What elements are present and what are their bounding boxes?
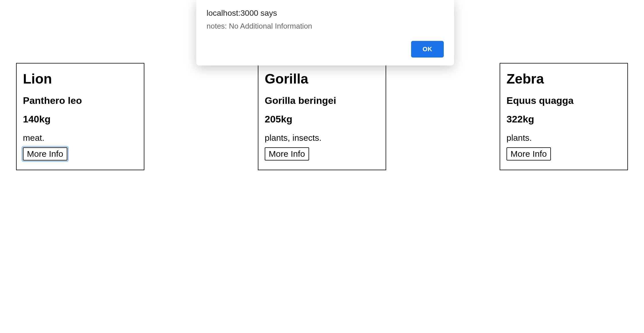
animal-diet: plants, insects. xyxy=(265,132,379,144)
animal-card-zebra: Zebra Equus quagga 322kg plants. More In… xyxy=(500,63,628,170)
alert-ok-button[interactable]: OK xyxy=(411,41,444,58)
animal-diet: meat. xyxy=(23,132,138,144)
animal-name: Zebra xyxy=(506,72,621,87)
alert-title: localhost:3000 says xyxy=(207,9,444,18)
animal-diet: plants. xyxy=(506,132,621,144)
more-info-button[interactable]: More Info xyxy=(265,147,309,160)
animal-scientific-name: Gorilla beringei xyxy=(265,95,379,106)
animal-weight: 322kg xyxy=(506,113,621,125)
animal-scientific-name: Equus quagga xyxy=(506,95,621,106)
animal-weight: 205kg xyxy=(265,113,379,125)
more-info-button[interactable]: More Info xyxy=(506,147,551,160)
animal-weight: 140kg xyxy=(23,113,138,125)
alert-actions: OK xyxy=(207,41,444,58)
more-info-button[interactable]: More Info xyxy=(23,147,67,160)
alert-message: notes: No Additional Information xyxy=(207,22,444,31)
animal-card-gorilla: Gorilla Gorilla beringei 205kg plants, i… xyxy=(258,63,386,170)
animal-scientific-name: Panthero leo xyxy=(23,95,138,106)
animal-name: Lion xyxy=(23,72,138,87)
animal-name: Gorilla xyxy=(265,72,379,87)
alert-dialog: localhost:3000 says notes: No Additional… xyxy=(196,0,454,66)
animal-card-lion: Lion Panthero leo 140kg meat. More Info xyxy=(16,63,144,170)
